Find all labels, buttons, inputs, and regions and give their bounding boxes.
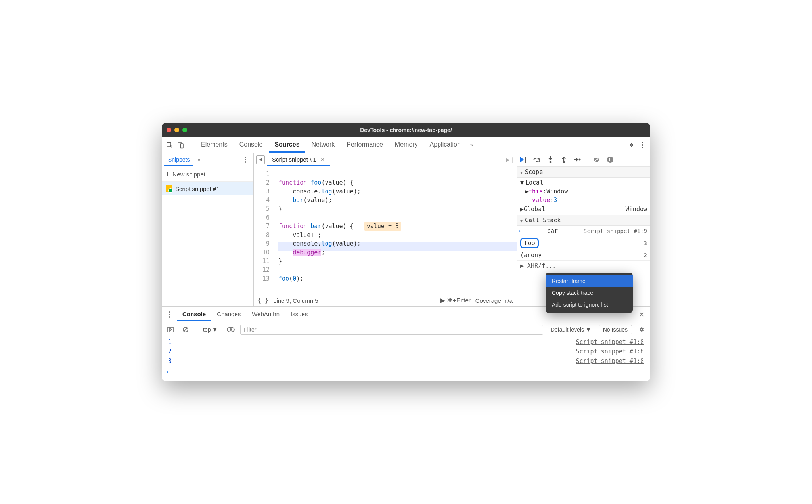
step-out-icon[interactable] — [560, 156, 568, 164]
svg-point-19 — [169, 316, 170, 318]
pause-exceptions-icon[interactable] — [606, 156, 614, 164]
navigator-menu-icon[interactable] — [240, 154, 251, 165]
console-toolbar: top ▼ Default levels ▼ No Issues — [162, 322, 650, 337]
stack-frame[interactable]: (anony2 — [517, 250, 650, 260]
snippet-item[interactable]: Script snippet #1 — [162, 182, 253, 195]
tab-application[interactable]: Application — [424, 137, 466, 153]
svg-point-23 — [230, 328, 232, 331]
more-navigator-tabs-icon[interactable]: » — [193, 157, 204, 162]
minimize-window-button[interactable] — [174, 128, 179, 132]
editor-tab-title: Script snippet #1 — [272, 156, 316, 163]
console-sidebar-icon[interactable] — [165, 324, 176, 335]
toggle-debugger-icon[interactable]: ▶❘ — [506, 155, 514, 164]
snippet-name: Script snippet #1 — [175, 185, 220, 192]
scope-local-group[interactable]: ▼Local — [517, 178, 650, 187]
console-filter-input[interactable] — [240, 325, 543, 335]
close-drawer-icon[interactable]: ✕ — [636, 309, 648, 321]
svg-point-11 — [550, 161, 552, 163]
settings-icon[interactable] — [626, 139, 637, 151]
run-snippet-button[interactable]: ▶ ⌘+Enter — [440, 297, 471, 304]
scope-variable[interactable]: ▶ this: Window — [517, 187, 650, 196]
drawer-menu-icon[interactable] — [164, 309, 175, 320]
svg-rect-15 — [609, 158, 610, 161]
svg-rect-20 — [168, 327, 173, 332]
inspect-element-icon[interactable] — [164, 139, 175, 151]
navigator-tab-snippets[interactable]: Snippets — [164, 154, 193, 166]
scope-header[interactable]: Scope — [517, 166, 650, 178]
issues-button[interactable]: No Issues — [599, 325, 632, 334]
svg-point-7 — [245, 159, 246, 160]
context-menu-item[interactable]: Copy stack trace — [546, 287, 633, 299]
svg-point-14 — [607, 157, 613, 163]
svg-point-17 — [169, 311, 170, 313]
tab-performance[interactable]: Performance — [341, 137, 389, 153]
drawer-tab-issues[interactable]: Issues — [285, 307, 313, 321]
message-source-link[interactable]: Script snippet #1:8 — [576, 357, 644, 365]
svg-point-8 — [245, 161, 246, 163]
console-prompt[interactable]: › — [162, 366, 650, 377]
xhr-breakpoints-header[interactable]: ▶ XHR/f... — [517, 260, 650, 271]
console-context-selector[interactable]: top ▼ — [199, 325, 221, 334]
new-snippet-button[interactable]: New snippet — [162, 166, 253, 182]
clear-console-icon[interactable] — [180, 324, 191, 335]
line-gutter[interactable]: 12345678910111213 — [254, 166, 276, 294]
deactivate-breakpoints-icon[interactable] — [593, 156, 601, 164]
editor-statusbar: { } Line 9, Column 5 ▶ ⌘+Enter Coverage:… — [254, 294, 517, 306]
message-source-link[interactable]: Script snippet #1:8 — [576, 338, 644, 346]
pretty-print-icon[interactable]: { } — [258, 297, 268, 304]
tab-elements[interactable]: Elements — [195, 137, 233, 153]
live-expression-icon[interactable] — [225, 324, 236, 335]
editor-pane: ◀ Script snippet #1 ✕ ▶❘ 123456789101112… — [254, 153, 517, 306]
log-levels-selector[interactable]: Default levels ▼ — [547, 325, 595, 334]
debugger-toolbar — [517, 153, 650, 166]
more-tabs-icon[interactable]: » — [466, 142, 477, 148]
tab-network[interactable]: Network — [306, 137, 341, 153]
console-message: 2Script snippet #1:8 — [162, 347, 650, 356]
svg-point-5 — [642, 147, 643, 148]
scope-variable[interactable]: value: 3 — [517, 196, 650, 204]
close-tab-icon[interactable]: ✕ — [320, 157, 325, 163]
context-menu-item[interactable]: Restart frame — [546, 275, 633, 287]
console-settings-icon[interactable] — [636, 324, 647, 335]
coverage-label: Coverage: n/a — [475, 297, 513, 304]
stack-frame[interactable]: barScript snippet #1:9 — [517, 226, 650, 236]
message-source-link[interactable]: Script snippet #1:8 — [576, 348, 644, 355]
tab-console[interactable]: Console — [234, 137, 268, 153]
tab-sources[interactable]: Sources — [269, 137, 305, 153]
close-window-button[interactable] — [167, 128, 171, 132]
code-editor[interactable]: function foo(value) { console.log(value)… — [276, 166, 517, 294]
svg-point-13 — [579, 158, 581, 160]
toggle-navigator-icon[interactable]: ◀ — [256, 155, 265, 164]
drawer-tab-console[interactable]: Console — [177, 307, 211, 321]
svg-rect-16 — [611, 158, 611, 161]
cursor-position: Line 9, Column 5 — [273, 297, 318, 304]
svg-rect-2 — [180, 144, 183, 148]
drawer: ConsoleChangesWebAuthnIssues ✕ top ▼ Def… — [162, 307, 650, 377]
step-into-icon[interactable] — [546, 156, 554, 164]
console-message: 1Script snippet #1:8 — [162, 337, 650, 347]
callstack-header[interactable]: Call Stack — [517, 215, 650, 226]
maximize-window-button[interactable] — [182, 128, 187, 132]
context-menu: Restart frameCopy stack traceAdd script … — [546, 273, 633, 313]
svg-point-12 — [563, 161, 565, 163]
editor-tab[interactable]: Script snippet #1 ✕ — [267, 154, 330, 166]
global-value: Window — [626, 206, 647, 213]
resume-icon[interactable] — [519, 156, 527, 164]
kebab-menu-icon[interactable] — [637, 139, 648, 151]
step-icon[interactable] — [573, 156, 581, 164]
svg-rect-9 — [525, 157, 526, 163]
navigator-pane: Snippets » New snippet Script snippet #1 — [162, 153, 254, 306]
drawer-tab-webauthn[interactable]: WebAuthn — [246, 307, 285, 321]
stack-frame[interactable]: foo3 — [517, 236, 650, 250]
scope-global-group[interactable]: ▶GlobalWindow — [517, 204, 650, 214]
device-toolbar-icon[interactable] — [175, 139, 186, 151]
tab-memory[interactable]: Memory — [389, 137, 423, 153]
new-snippet-label: New snippet — [172, 171, 205, 178]
svg-point-3 — [642, 142, 643, 143]
main-tabbar: ElementsConsoleSourcesNetworkPerformance… — [162, 137, 650, 153]
console-message: 3Script snippet #1:8 — [162, 356, 650, 366]
snippet-file-icon — [166, 185, 172, 192]
context-menu-item[interactable]: Add script to ignore list — [546, 299, 633, 311]
step-over-icon[interactable] — [533, 156, 541, 164]
drawer-tab-changes[interactable]: Changes — [211, 307, 246, 321]
